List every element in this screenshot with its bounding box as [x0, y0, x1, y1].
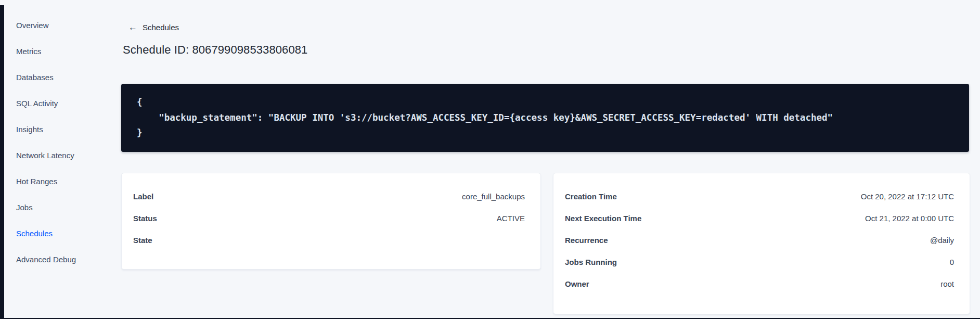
detail-label: Jobs Running: [565, 258, 617, 266]
detail-label: Label: [133, 192, 153, 201]
sidebar: Overview Metrics Databases SQL Activity …: [16, 12, 105, 272]
detail-label: Next Execution Time: [565, 214, 641, 223]
detail-row-owner: Owner root: [565, 273, 954, 295]
sidebar-item-hot-ranges[interactable]: Hot Ranges: [16, 168, 105, 194]
window-edge-left: [0, 5, 4, 319]
detail-label: Creation Time: [565, 192, 617, 201]
detail-row-status: Status ACTIVE: [133, 207, 525, 229]
sidebar-item-advanced-debug[interactable]: Advanced Debug: [16, 246, 105, 272]
code-line: {: [137, 95, 953, 110]
sidebar-item-schedules[interactable]: Schedules: [16, 220, 105, 246]
detail-value: root: [940, 279, 954, 288]
detail-label: Status: [133, 214, 157, 223]
detail-label: State: [133, 236, 152, 245]
detail-row-state: State: [133, 229, 525, 251]
code-line: "backup_statement": "BACKUP INTO 's3://b…: [137, 110, 953, 126]
schedule-execution-card: Creation Time Oct 20, 2022 at 17:12 UTC …: [553, 173, 970, 314]
detail-value: core_full_backups: [462, 192, 525, 201]
sidebar-item-insights[interactable]: Insights: [16, 116, 105, 142]
code-line: }: [137, 125, 953, 141]
detail-label: Owner: [565, 279, 589, 288]
sidebar-item-overview[interactable]: Overview: [16, 12, 105, 38]
schedule-detail-page: Overview Metrics Databases SQL Activity …: [0, 0, 980, 319]
back-link-label: Schedules: [143, 23, 179, 32]
arrow-left-icon: ←: [128, 23, 137, 32]
sidebar-item-metrics[interactable]: Metrics: [16, 38, 105, 64]
detail-value: Oct 21, 2022 at 0:00 UTC: [865, 214, 954, 223]
detail-value: @daily: [930, 236, 954, 245]
page-title: Schedule ID: 806799098533806081: [123, 43, 307, 57]
detail-value: 0: [950, 258, 954, 266]
detail-row-recurrence: Recurrence @daily: [565, 229, 954, 251]
detail-row-creation-time: Creation Time Oct 20, 2022 at 17:12 UTC: [565, 185, 954, 207]
sidebar-item-databases[interactable]: Databases: [16, 64, 105, 90]
sidebar-item-jobs[interactable]: Jobs: [16, 194, 105, 220]
detail-value: Oct 20, 2022 at 17:12 UTC: [861, 192, 954, 201]
schedule-statement-code-block: { "backup_statement": "BACKUP INTO 's3:/…: [121, 84, 969, 152]
detail-label: Recurrence: [565, 236, 608, 245]
detail-row-next-execution-time: Next Execution Time Oct 21, 2022 at 0:00…: [565, 207, 954, 229]
sidebar-item-network-latency[interactable]: Network Latency: [16, 142, 105, 168]
detail-value: ACTIVE: [497, 214, 525, 223]
detail-row-jobs-running: Jobs Running 0: [565, 251, 954, 273]
sidebar-item-sql-activity[interactable]: SQL Activity: [16, 90, 105, 116]
detail-row-label: Label core_full_backups: [133, 185, 525, 207]
schedule-meta-card: Label core_full_backups Status ACTIVE St…: [121, 173, 541, 270]
back-link-schedules[interactable]: ← Schedules: [128, 23, 179, 32]
